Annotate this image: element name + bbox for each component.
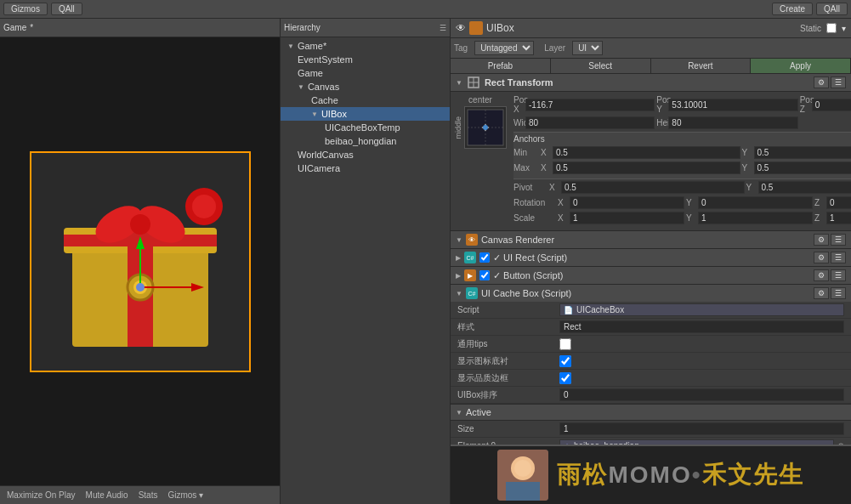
hier-item-game[interactable]: Game	[281, 66, 450, 80]
hier-item-uicachebox-temp[interactable]: UICacheBoxTemp	[281, 121, 450, 134]
all2-button[interactable]: QAll	[816, 3, 848, 15]
posy-label: Pos Y	[656, 95, 667, 114]
hier-item-uibox[interactable]: ▼ UIBox	[281, 107, 450, 121]
revert-btn[interactable]: Revert	[651, 59, 752, 73]
canvas-renderer-menu[interactable]: ☰	[831, 234, 846, 246]
hierarchy-header: Hierarchy ☰	[281, 19, 450, 37]
scale-x-field[interactable]	[570, 212, 684, 224]
ui-cache-box-settings[interactable]: ⚙	[814, 287, 829, 299]
ui-cache-box-header[interactable]: ▼ C# UI Cache Box (Script) ⚙ ☰	[451, 285, 851, 302]
hier-item-worldcanvas[interactable]: WorldCanvas	[281, 148, 450, 161]
canvas-renderer-settings[interactable]: ⚙	[814, 234, 829, 246]
rot-x-label: X	[558, 198, 568, 207]
object-name: UIBox	[486, 22, 514, 34]
static-label: Static	[800, 24, 821, 33]
size-field[interactable]	[559, 422, 844, 435]
max-y-field[interactable]	[754, 161, 852, 174]
game-tab[interactable]: Game	[3, 23, 26, 32]
scale-z-field[interactable]	[826, 212, 851, 224]
posx-field[interactable]	[525, 99, 655, 111]
ui-rect-header[interactable]: ▶ C# ✓ UI Rect (Script) ⚙ ☰	[451, 249, 851, 266]
rect-transform-title: Rect Transform	[485, 77, 553, 88]
layer-select[interactable]: UI	[572, 41, 603, 55]
canvas-renderer-header[interactable]: ▼ 👁 Canvas Renderer ⚙ ☰	[451, 231, 851, 248]
button-enabled[interactable]	[479, 270, 490, 280]
static-checkbox[interactable]	[826, 23, 837, 33]
hier-item-beibao[interactable]: beibao_hongdian	[281, 134, 450, 148]
select-btn[interactable]: Select	[551, 59, 651, 73]
rot-z-field[interactable]	[826, 196, 851, 209]
show-icon-checkbox[interactable]	[559, 355, 571, 367]
create-button[interactable]: Create	[772, 3, 813, 15]
hier-item-canvas[interactable]: ▼ Canvas	[281, 80, 450, 93]
pivot-x-field[interactable]	[561, 181, 745, 194]
anchors-max-row: Max X Y	[513, 161, 851, 174]
sort-field[interactable]	[559, 388, 844, 401]
max-x-field[interactable]	[553, 161, 740, 174]
svg-point-7	[130, 214, 150, 235]
min-x-field[interactable]	[553, 146, 740, 159]
ui-rect-enabled[interactable]	[479, 252, 490, 263]
ui-cache-box-menu[interactable]: ☰	[831, 287, 846, 299]
inspector-eye-icon[interactable]: 👁	[456, 22, 466, 34]
script-row: Script 📄 UICacheBox	[451, 302, 851, 319]
rot-x-field[interactable]	[570, 196, 684, 209]
button-menu[interactable]: ☰	[831, 269, 846, 281]
maximize-on-play-btn[interactable]: Maximize On Play	[3, 490, 79, 501]
pivot-y-group: Y	[746, 181, 852, 194]
rot-z-label: Z	[814, 198, 825, 207]
scale-y-field[interactable]	[698, 212, 813, 224]
rot-y-field[interactable]	[698, 196, 813, 209]
hier-item-uicamera[interactable]: UICamera	[281, 161, 450, 175]
canvas-renderer-icon: 👁	[466, 234, 478, 246]
show-quality-checkbox[interactable]	[559, 372, 571, 384]
hier-item-eventsystem[interactable]: EventSystem	[281, 53, 450, 66]
anchor-widget[interactable]	[464, 106, 507, 149]
rot-y-label: Y	[686, 198, 696, 207]
style-field[interactable]	[559, 320, 844, 333]
apply-btn[interactable]: Apply	[751, 59, 851, 73]
scene-canvas	[30, 151, 251, 372]
watermark-rain: 雨松	[557, 462, 608, 488]
watermark-dot: •	[692, 462, 702, 488]
min-label: Min	[513, 148, 539, 157]
width-field[interactable]	[525, 116, 655, 129]
min-y-field[interactable]	[754, 146, 852, 159]
gizmos-button[interactable]: Gizmos	[3, 3, 48, 15]
anchors-min-row: Min X Y	[513, 146, 851, 159]
game-asterisk: *	[30, 23, 33, 32]
all-button[interactable]: QAll	[51, 3, 82, 15]
mute-audio-btn[interactable]: Mute Audio	[82, 490, 132, 501]
scene-svg	[38, 160, 242, 364]
stats-btn[interactable]: Stats	[135, 490, 162, 501]
collapse-icon: ▼	[456, 409, 462, 416]
button-settings[interactable]: ⚙	[814, 269, 829, 281]
posx-label: Pos X	[513, 95, 524, 114]
button-header[interactable]: ▶ ▶ ✓ Button (Script) ⚙ ☰	[451, 267, 851, 284]
rotation-label: Rotation	[513, 198, 556, 207]
scene-view[interactable]	[0, 37, 280, 485]
hierarchy-options[interactable]: ☰	[440, 24, 446, 32]
rect-transform-header[interactable]: ▼ Rect Transform ⚙ ☰	[451, 74, 851, 92]
gizmos-bottom-btn[interactable]: Gizmos ▾	[164, 490, 207, 501]
script-value[interactable]: 📄 UICacheBox	[559, 303, 844, 316]
pivot-y-field[interactable]	[758, 181, 852, 194]
tag-select[interactable]: Untagged	[474, 41, 534, 55]
tips-checkbox[interactable]	[559, 338, 571, 350]
posz-field[interactable]	[812, 99, 851, 111]
rt-settings-btn[interactable]: ⚙	[814, 76, 829, 88]
ui-rect-menu[interactable]: ☰	[831, 252, 846, 263]
height-field[interactable]	[668, 116, 797, 129]
hier-label: Game	[298, 68, 323, 78]
ui-rect-settings[interactable]: ⚙	[814, 252, 829, 263]
hier-item-game-star[interactable]: ▼ Game*	[281, 39, 450, 53]
hier-item-cache[interactable]: Cache	[281, 93, 450, 107]
active-header[interactable]: ▼ Active	[451, 405, 851, 421]
inspector-header: 👁 UIBox Static ▾	[451, 19, 851, 38]
show-quality-label: 显示品质边框	[457, 372, 559, 384]
size-label: Size	[457, 424, 559, 433]
rt-context-btn[interactable]: ☰	[831, 76, 846, 88]
dropdown-icon[interactable]: ▾	[842, 24, 846, 33]
posy-field[interactable]	[668, 99, 797, 111]
scale-row: Scale X Y Z	[513, 212, 851, 224]
